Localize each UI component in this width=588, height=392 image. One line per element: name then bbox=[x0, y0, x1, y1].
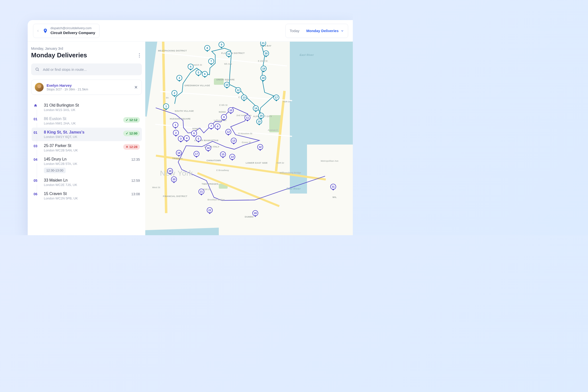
view-today[interactable]: Today bbox=[290, 29, 300, 33]
chevron-down-icon bbox=[340, 29, 344, 32]
map-pin[interactable]: 9 bbox=[221, 114, 227, 122]
stop-address: 15 Craven St bbox=[44, 192, 124, 196]
map-pin[interactable]: 17 bbox=[194, 151, 200, 158]
stop-subaddress: London WC2N 5PB, UK bbox=[44, 196, 124, 200]
map-pin[interactable]: 10 bbox=[228, 107, 234, 115]
street-label: FDR Dr bbox=[276, 162, 284, 164]
pin-icon bbox=[43, 28, 48, 34]
stop-row[interactable]: 018 King St, St. James'sLondon SW1Y 6QT,… bbox=[32, 128, 142, 141]
stop-number: 01 bbox=[34, 130, 40, 139]
map-pin[interactable]: 21 bbox=[198, 189, 205, 196]
view-selected[interactable]: Monday Deliveries bbox=[306, 29, 344, 33]
map-pin[interactable]: 7 bbox=[208, 123, 214, 130]
driver-card[interactable]: Evelyn Harvey Stops 3/27 · 1h 39m · 21.5… bbox=[31, 80, 142, 95]
stop-address: 25-37 Parker St bbox=[44, 144, 120, 148]
stop-row[interactable]: 04145 Drury LnLondon WC2B 5TA, UK12:30-1… bbox=[32, 154, 142, 176]
map-pin[interactable]: 14 bbox=[253, 105, 259, 113]
street-label: Metropolitan Ave bbox=[321, 160, 338, 162]
search-input[interactable] bbox=[43, 68, 138, 72]
driver-avatar bbox=[35, 83, 44, 92]
stop-number: 01 bbox=[34, 116, 40, 125]
map-pin[interactable]: 6 bbox=[202, 71, 208, 78]
district-label: HUDSON SQUARE bbox=[170, 118, 190, 120]
street-label: 9A bbox=[166, 96, 169, 99]
map-pin[interactable]: 4 bbox=[184, 135, 190, 142]
map-city-label: New York bbox=[160, 169, 193, 178]
map-pin[interactable]: 13 bbox=[241, 94, 248, 102]
stop-number: 06 bbox=[34, 192, 40, 200]
map-pin[interactable]: 19 bbox=[261, 66, 267, 73]
street-label: E Broadway bbox=[216, 169, 229, 172]
district-label: MEATPACKING DISTRICT bbox=[158, 50, 187, 52]
map-pin[interactable]: 32 bbox=[257, 144, 264, 152]
map-pin[interactable]: 20 bbox=[171, 176, 178, 184]
map-pin[interactable]: 18 bbox=[260, 75, 266, 82]
district-label: FLATIRON DISTRICT bbox=[221, 52, 245, 54]
map-canvas[interactable]: New York MEATPACKING DISTRICTFLATIRON DI… bbox=[145, 42, 353, 235]
map-pin[interactable]: 18 bbox=[176, 150, 182, 157]
time-window-chip: 12:30-13:00 bbox=[44, 168, 66, 173]
driver-meta: Stops 3/27 · 1h 39m · 21.5km bbox=[46, 88, 88, 91]
org-selector[interactable]: dispatch@circuitdelivery.com Circuit Del… bbox=[33, 24, 100, 38]
map-pin[interactable]: 5 bbox=[196, 70, 202, 77]
district-label: SOUTH VILLAGE bbox=[175, 110, 194, 112]
map-pin[interactable]: 12 bbox=[226, 129, 232, 136]
street-label: Essex St bbox=[242, 141, 251, 144]
stop-subaddress: London NW1 2HA, UK bbox=[44, 122, 120, 125]
route-menu-button[interactable] bbox=[137, 53, 142, 58]
map-pin[interactable]: 21 bbox=[260, 42, 266, 48]
close-icon[interactable] bbox=[134, 85, 138, 90]
district-label: FINANCIAL DISTRICT bbox=[163, 195, 188, 198]
view-selected-label: Monday Deliveries bbox=[306, 29, 338, 33]
map-pin[interactable]: 1 bbox=[163, 104, 170, 111]
org-name: Circuit Delivery Company bbox=[50, 30, 95, 35]
back-icon[interactable] bbox=[36, 29, 40, 33]
stop-row[interactable]: 0325-37 Parker StLondon WC2B 5AN, UK✕ 12… bbox=[32, 141, 142, 154]
stop-row[interactable]: 0186 Euston StLondon NW1 2HA, UK✓ 12:12 bbox=[32, 114, 142, 128]
map-pin[interactable]: 6 bbox=[191, 130, 198, 138]
map-pin[interactable]: 12 bbox=[235, 87, 242, 94]
map-pin[interactable]: 4 bbox=[188, 64, 194, 71]
map-pin[interactable]: 31 bbox=[330, 184, 337, 191]
map-pin[interactable]: 8 bbox=[214, 124, 221, 131]
svg-point-0 bbox=[36, 68, 38, 70]
map-pin[interactable]: 13 bbox=[231, 138, 237, 145]
body: Monday, January 3rd Monday Deliveries Ev… bbox=[28, 42, 353, 235]
district-label: NOHO bbox=[219, 111, 226, 113]
app-window: dispatch@circuitdelivery.com Circuit Del… bbox=[28, 20, 353, 235]
map-pin[interactable]: 20 bbox=[263, 50, 270, 58]
stop-subaddress: London WC2E 7JS, UK bbox=[44, 183, 124, 187]
map-pin[interactable]: 17 bbox=[274, 94, 280, 102]
map-pin[interactable]: 7 bbox=[208, 58, 214, 66]
map-pin[interactable]: 1 bbox=[172, 122, 179, 129]
view-picker[interactable]: Today Monday Deliveries bbox=[286, 24, 348, 38]
stop-subaddress: London WC2B 5TA, UK bbox=[44, 162, 124, 166]
map-pin[interactable]: 14 bbox=[229, 154, 236, 161]
map-pin[interactable]: 8 bbox=[204, 45, 211, 52]
map-pin[interactable]: 15 bbox=[220, 152, 226, 159]
map-pin[interactable]: 11 bbox=[226, 51, 232, 58]
search-icon bbox=[35, 67, 40, 72]
district-label: LOWER EAST SIDE bbox=[246, 162, 268, 164]
map-pin[interactable]: 16 bbox=[205, 145, 212, 152]
map-pin[interactable]: 22 bbox=[207, 207, 213, 214]
street-label: East River bbox=[286, 187, 300, 190]
search-row[interactable] bbox=[31, 64, 142, 75]
stop-time: ✕ 12:28 bbox=[123, 144, 140, 152]
map-pin[interactable]: 19 bbox=[167, 168, 174, 176]
map-pin[interactable]: 2 bbox=[172, 90, 178, 98]
stop-time bbox=[128, 103, 140, 112]
map-pin[interactable]: 11 bbox=[244, 115, 251, 122]
street-label: E Houston St bbox=[238, 132, 252, 135]
map-pin[interactable]: 3 bbox=[176, 75, 183, 82]
stop-row[interactable]: 0615 Craven StLondon WC2N 5PB, UK13:08 bbox=[32, 189, 142, 202]
stop-row[interactable]: 0533 Maiden LnLondon WC2E 7JS, UK12:59 bbox=[32, 176, 142, 189]
stop-number: 04 bbox=[34, 157, 40, 173]
map-pin[interactable]: 3 bbox=[178, 136, 184, 143]
map-pin[interactable]: 16 bbox=[258, 113, 264, 120]
stop-row[interactable]: 31 Old Burlington StLondon W1S 3AS, UK bbox=[32, 101, 142, 114]
map-pin[interactable]: 10 bbox=[224, 82, 230, 89]
map-pin[interactable]: 9 bbox=[218, 42, 225, 49]
stop-time: 12:35 bbox=[128, 157, 140, 173]
map-pin[interactable]: 28 bbox=[252, 210, 259, 218]
